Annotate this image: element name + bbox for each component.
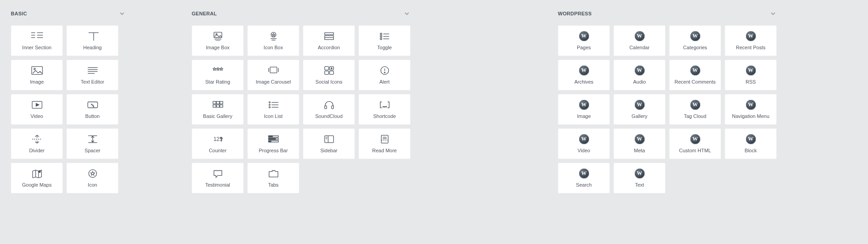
widget-wp-calendar[interactable]: Calendar — [613, 25, 665, 56]
panel-wordpress-header[interactable]: WORDPRESS — [558, 8, 779, 19]
widget-icon-list[interactable]: Icon List — [247, 94, 299, 125]
widget-label: Inner Section — [22, 45, 52, 50]
widget-shortcode[interactable]: Shortcode — [359, 94, 410, 125]
widget-divider[interactable]: Divider — [11, 128, 63, 159]
widget-image-carousel[interactable]: Image Carousel — [247, 60, 299, 90]
panel-wordpress-title: WORDPRESS — [558, 11, 592, 16]
widget-accordion[interactable]: Accordion — [303, 25, 355, 56]
inner-section-icon — [31, 32, 43, 41]
widget-grid-wordpress: PagesCalendarCategoriesRecent PostsArchi… — [558, 25, 779, 193]
widget-basic-gallery[interactable]: Basic Gallery — [192, 94, 244, 125]
maps-icon — [31, 169, 43, 178]
widget-icon-box[interactable]: Icon Box — [247, 25, 299, 56]
widget-video[interactable]: Video — [11, 94, 63, 125]
widget-heading[interactable]: Heading — [66, 25, 118, 56]
widget-wp-recent-comments[interactable]: Recent Comments — [669, 60, 721, 90]
widget-label: Image Box — [206, 45, 230, 50]
chevron-down-icon — [404, 11, 410, 16]
widget-label: Text Editor — [81, 80, 104, 84]
widget-label: Tabs — [268, 183, 278, 188]
widget-label: SoundCloud — [315, 114, 343, 119]
widget-star-rating[interactable]: Star Rating — [192, 60, 244, 90]
widget-wp-tag-cloud[interactable]: Tag Cloud — [669, 94, 721, 125]
widget-wp-audio[interactable]: Audio — [613, 60, 665, 90]
counter-icon — [212, 135, 224, 144]
widget-image[interactable]: Image — [11, 60, 63, 90]
widget-wp-text[interactable]: Text — [613, 163, 665, 193]
widget-progress-bar[interactable]: Progress Bar — [247, 128, 299, 159]
widget-spacer[interactable]: Spacer — [66, 128, 118, 159]
widget-counter[interactable]: Counter — [192, 128, 244, 159]
widget-sidebar[interactable]: Sidebar — [303, 128, 355, 159]
widget-google-maps[interactable]: Google Maps — [11, 163, 63, 193]
widget-label: Video — [31, 114, 43, 119]
panel-wordpress: WORDPRESS PagesCalendarCategoriesRecent … — [558, 8, 779, 193]
widget-label: Divider — [29, 148, 44, 153]
widget-label: Counter — [209, 148, 226, 153]
widget-label: Text — [635, 183, 644, 188]
widget-label: Icon List — [264, 114, 283, 119]
toggle-icon — [378, 32, 391, 41]
wordpress-logo-icon — [578, 100, 590, 109]
widget-label: Recent Comments — [675, 80, 716, 84]
widget-label: Image Carousel — [256, 80, 291, 84]
alert-icon — [378, 66, 391, 75]
widget-text-editor[interactable]: Text Editor — [66, 60, 118, 90]
widget-wp-image[interactable]: Image — [558, 94, 610, 125]
wordpress-logo-icon — [578, 135, 590, 144]
wordpress-logo-icon — [633, 32, 646, 41]
widget-wp-categories[interactable]: Categories — [669, 25, 721, 56]
widget-label: Progress Bar — [259, 148, 288, 153]
widget-wp-search[interactable]: Search — [558, 163, 610, 193]
widget-wp-meta[interactable]: Meta — [613, 128, 665, 159]
widget-label: Gallery — [632, 114, 647, 119]
spacer-icon — [86, 135, 99, 144]
panel-general-header[interactable]: GENERAL — [192, 8, 413, 19]
widget-label: Alert — [379, 80, 390, 84]
widget-label: Image — [30, 80, 44, 84]
panel-basic: BASIC Inner SectionHeadingImageText Edit… — [11, 8, 128, 193]
widget-tabs[interactable]: Tabs — [247, 163, 299, 193]
widget-label: Google Maps — [22, 183, 52, 188]
widget-label: Basic Gallery — [203, 114, 232, 119]
panel-basic-title: BASIC — [11, 11, 27, 16]
gallery-icon — [212, 100, 224, 109]
widget-label: Social Icons — [316, 80, 342, 84]
widget-label: Testimonial — [205, 183, 230, 188]
widget-inner-section[interactable]: Inner Section — [11, 25, 63, 56]
widget-wp-block[interactable]: Block — [725, 128, 777, 159]
widget-alert[interactable]: Alert — [359, 60, 410, 90]
widget-wp-archives[interactable]: Archives — [558, 60, 610, 90]
widget-label: Calendar — [629, 45, 650, 50]
widget-label: Block — [745, 148, 757, 153]
star-circle-icon — [86, 169, 99, 178]
widget-soundcloud[interactable]: SoundCloud — [303, 94, 355, 125]
widget-toggle[interactable]: Toggle — [359, 25, 410, 56]
wordpress-logo-icon — [745, 100, 757, 109]
accordion-icon — [323, 32, 335, 41]
widget-label: Star Rating — [205, 80, 230, 84]
divider-icon — [31, 135, 43, 144]
button-icon — [86, 100, 99, 109]
wordpress-logo-icon — [689, 135, 702, 144]
widget-read-more[interactable]: Read More — [359, 128, 410, 159]
widget-wp-video[interactable]: Video — [558, 128, 610, 159]
widget-wp-custom-html[interactable]: Custom HTML — [669, 128, 721, 159]
widget-image-box[interactable]: Image Box — [192, 25, 244, 56]
widget-wp-nav-menu[interactable]: Navigation Menu — [725, 94, 777, 125]
widget-wp-recent-posts[interactable]: Recent Posts — [725, 25, 777, 56]
icon-list-icon — [267, 100, 280, 109]
tabs-icon — [267, 169, 280, 178]
widget-label: Navigation Menu — [732, 114, 769, 119]
widget-icon[interactable]: Icon — [66, 163, 118, 193]
widget-button[interactable]: Button — [66, 94, 118, 125]
widget-label: Search — [576, 183, 592, 188]
widget-wp-rss[interactable]: RSS — [725, 60, 777, 90]
wordpress-logo-icon — [745, 32, 757, 41]
widget-wp-gallery[interactable]: Gallery — [613, 94, 665, 125]
widget-wp-pages[interactable]: Pages — [558, 25, 610, 56]
panel-general: GENERAL Image BoxIcon BoxAccordionToggle… — [192, 8, 413, 193]
widget-social-icons[interactable]: Social Icons — [303, 60, 355, 90]
panel-basic-header[interactable]: BASIC — [11, 8, 128, 19]
widget-testimonial[interactable]: Testimonial — [192, 163, 244, 193]
